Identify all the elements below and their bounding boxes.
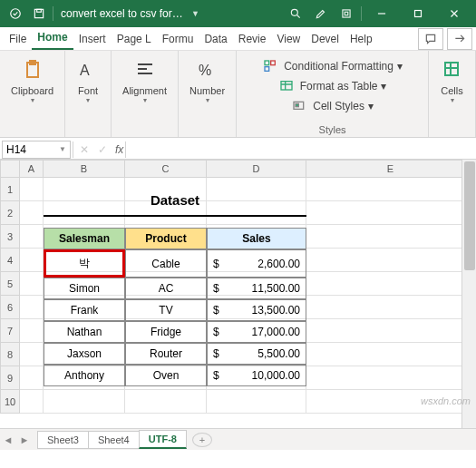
row-header[interactable]: 9 [0,366,20,390]
row-header[interactable]: 4 [0,249,20,272]
svg-rect-13 [265,67,269,72]
header-product[interactable]: Product [125,228,207,249]
worksheet: A B C D E 1 2 3 4 5 6 7 8 9 10 Dataset S… [0,160,476,428]
row-header[interactable]: 2 [0,201,20,225]
number-button[interactable]: % Number ▾ [184,54,230,108]
cells-button[interactable]: Cells ▾ [435,54,470,108]
number-label: Number [189,85,225,96]
cell-product[interactable]: Fridge [125,321,207,343]
paste-button[interactable]: Clipboard ▾ [5,54,59,108]
tab-formulas[interactable]: Formu [157,29,199,50]
cell-sales[interactable]: $11,500.00 [207,278,306,299]
close-button[interactable] [436,0,472,27]
share-icon[interactable] [447,28,472,50]
cell-product[interactable]: Oven [125,365,207,386]
minimize-button[interactable] [364,0,400,27]
svg-rect-6 [415,11,422,17]
format-as-table-button[interactable]: Format as Table▾ [278,76,387,96]
cell-sales[interactable]: $5,500.00 [207,343,306,365]
search-icon[interactable] [283,0,308,27]
enter-fx-icon[interactable]: ✓ [93,143,112,156]
vertical-scrollbar[interactable] [461,160,476,428]
comments-icon[interactable] [418,28,443,50]
select-all-corner[interactable] [0,160,20,178]
chevron-down-icon: ▾ [86,96,90,104]
cell-salesman[interactable]: Nathan [44,321,125,343]
menu-bar: File Home Insert Page L Formu Data Revie… [0,27,476,51]
fmt-table-label: Format as Table [300,80,378,93]
cell-salesman[interactable]: Jaxson [44,343,125,365]
row-header[interactable]: 5 [0,272,20,296]
svg-point-0 [11,9,21,19]
chevron-down-icon: ▾ [451,96,454,104]
svg-rect-11 [265,61,269,65]
cell-sales[interactable]: $13,500.00 [207,299,306,321]
cell-salesman[interactable]: Frank [44,299,125,321]
tab-file[interactable]: File [4,29,32,50]
percent-icon: % [196,58,219,82]
col-header-c[interactable]: C [125,160,207,178]
alignment-button[interactable]: Alignment ▾ [117,54,172,108]
chevron-down-icon: ▾ [206,96,209,104]
autosave-icon[interactable] [7,5,24,22]
alignment-icon [133,58,157,82]
row-header[interactable]: 10 [0,390,20,414]
header-sales[interactable]: Sales [207,228,306,249]
sheet-tabs: ◄ ► Sheet3 Sheet4 UTF-8 + [0,428,476,450]
ribbon: Clipboard ▾ A Font ▾ Alignment ▾ % Numbe… [0,51,476,138]
cell-salesman[interactable]: Simon [44,278,125,299]
conditional-formatting-button[interactable]: Conditional Formatting▾ [262,56,403,76]
tab-page-layout[interactable]: Page L [112,29,157,50]
save-icon[interactable] [31,5,47,22]
sheet-tab-sheet3[interactable]: Sheet3 [37,431,89,449]
col-header-d[interactable]: D [207,160,306,178]
pen-icon[interactable] [308,0,334,27]
document-title[interactable]: convert excel to csv format [61,7,188,20]
title-dropdown-icon[interactable]: ▼ [191,9,199,18]
add-sheet-button[interactable]: + [192,433,212,447]
cell-sales[interactable]: $17,000.00 [207,321,306,343]
row-header[interactable]: 8 [0,343,20,366]
dataset-table: Dataset Salesman Product Sales 박 Cable $… [44,189,306,386]
cell-styles-button[interactable]: Cell Styles▾ [291,96,374,116]
tab-nav-next[interactable]: ► [16,434,33,445]
cell-product[interactable]: Router [125,343,207,365]
cell-product[interactable]: TV [125,299,207,321]
chevron-down-icon: ▾ [31,96,34,104]
cell-product[interactable]: AC [125,278,207,299]
maximize-button[interactable] [400,0,436,27]
row-header[interactable]: 7 [0,319,20,343]
svg-rect-2 [37,9,42,12]
col-header-b[interactable]: B [44,160,125,178]
tab-insert[interactable]: Insert [73,29,112,50]
tab-developer[interactable]: Devel [306,29,345,50]
cell-salesman[interactable]: Anthony [44,365,125,386]
group-font: A Font ▾ [65,51,112,137]
cell-sales[interactable]: $10,000.00 [207,365,306,386]
row-header[interactable]: 6 [0,296,20,319]
cell-styles-label: Cell Styles [313,100,364,112]
tab-help[interactable]: Help [345,29,378,50]
clipboard-icon [21,58,44,82]
tab-nav-prev[interactable]: ◄ [0,434,16,445]
cell-product[interactable]: Cable [125,249,207,278]
tab-data[interactable]: Data [199,29,232,50]
tab-home[interactable]: Home [32,27,73,50]
sheet-tab-sheet4[interactable]: Sheet4 [88,431,140,449]
tab-review[interactable]: Revie [233,29,272,50]
sheet-tab-utf8[interactable]: UTF-8 [139,430,187,449]
row-header[interactable]: 3 [0,225,20,249]
row-header[interactable]: 1 [0,178,20,201]
tab-view[interactable]: View [271,29,306,50]
header-salesman[interactable]: Salesman [44,228,125,249]
cell-salesman[interactable]: 박 [44,249,125,278]
cancel-fx-icon[interactable]: ✕ [75,143,93,156]
font-button[interactable]: A Font ▾ [71,54,105,108]
account-icon[interactable] [334,0,359,27]
name-box[interactable]: H14 ▼ [2,141,71,159]
col-header-a[interactable]: A [20,160,44,178]
fx-icon[interactable]: fx [115,143,123,156]
col-header-e[interactable]: E [306,160,475,178]
cell-sales[interactable]: $2,600.00 [207,249,306,278]
svg-point-3 [291,9,297,15]
